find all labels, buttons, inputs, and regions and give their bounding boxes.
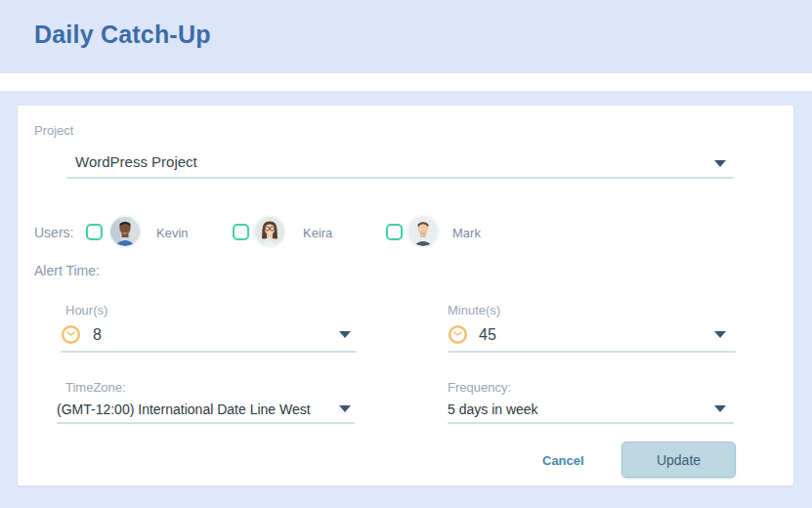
hours-underline: [61, 351, 357, 353]
clock-icon: [61, 324, 81, 345]
alert-time-label: Alert Time:: [34, 263, 100, 278]
minutes-caret-icon[interactable]: [714, 331, 726, 338]
frequency-label: Frequency:: [448, 380, 511, 395]
clock-icon: [448, 324, 468, 345]
hours-caret-icon[interactable]: [339, 331, 351, 338]
project-select[interactable]: WordPress Project: [75, 153, 197, 170]
hours-label: Hour(s): [65, 303, 107, 318]
user-name-keira: Keira: [303, 226, 332, 240]
header-divider-strip: [0, 73, 812, 91]
timezone-label: TimeZone:: [65, 380, 126, 395]
project-label: Project: [34, 123, 73, 138]
user-checkbox-mark[interactable]: [386, 224, 403, 240]
user-name-kevin: Kevin: [156, 226, 189, 240]
project-caret-icon[interactable]: [714, 160, 726, 167]
minutes-label: Minute(s): [448, 303, 500, 318]
frequency-caret-icon[interactable]: [714, 405, 726, 412]
daily-catchup-form-card: Project WordPress Project Users: Kevin: [18, 106, 793, 486]
cancel-button[interactable]: Cancel: [542, 453, 584, 468]
user-checkbox-keira[interactable]: [233, 224, 249, 240]
project-underline: [66, 177, 734, 179]
user-checkbox-kevin[interactable]: [86, 224, 103, 240]
frequency-select[interactable]: 5 days in week: [448, 402, 538, 417]
avatar-kevin: [110, 217, 140, 246]
avatar-keira: [255, 217, 284, 246]
update-button[interactable]: Update: [621, 442, 736, 478]
frequency-underline: [448, 422, 734, 424]
timezone-select[interactable]: (GMT-12:00) International Date Line West: [57, 402, 311, 417]
timezone-caret-icon[interactable]: [339, 405, 351, 412]
users-label: Users:: [34, 225, 73, 240]
minutes-underline: [448, 351, 736, 353]
page-title: Daily Catch-Up: [34, 21, 211, 49]
timezone-underline: [57, 422, 355, 424]
hours-select[interactable]: 8: [93, 326, 102, 344]
user-name-mark: Mark: [452, 226, 481, 240]
avatar-mark: [408, 217, 438, 246]
minutes-select[interactable]: 45: [479, 326, 496, 344]
